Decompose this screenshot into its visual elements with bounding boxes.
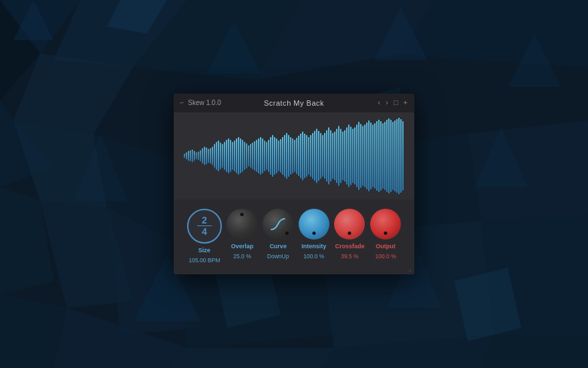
crossfade-knob-indicator bbox=[348, 232, 351, 235]
svg-rect-135 bbox=[378, 120, 380, 192]
svg-rect-62 bbox=[232, 142, 233, 169]
size-knob[interactable]: 2 4 bbox=[187, 209, 222, 244]
svg-rect-145 bbox=[398, 118, 400, 194]
svg-rect-105 bbox=[318, 130, 319, 181]
svg-rect-89 bbox=[286, 132, 287, 178]
svg-rect-79 bbox=[266, 142, 267, 169]
overlap-value: 25.0 % bbox=[233, 253, 251, 260]
svg-rect-138 bbox=[384, 122, 386, 190]
svg-rect-133 bbox=[374, 123, 376, 188]
svg-rect-125 bbox=[358, 122, 359, 190]
svg-rect-119 bbox=[346, 127, 347, 184]
curve-knob-indicator bbox=[285, 232, 289, 235]
svg-rect-44 bbox=[196, 152, 197, 159]
crossfade-value: 39.5 % bbox=[341, 253, 358, 260]
plugin-corner-icon: ⌐ bbox=[180, 100, 184, 106]
svg-rect-53 bbox=[214, 144, 215, 167]
plugin-title: Scratch My Back bbox=[264, 99, 324, 107]
svg-rect-117 bbox=[342, 131, 343, 180]
svg-rect-139 bbox=[386, 120, 388, 192]
svg-rect-107 bbox=[322, 134, 323, 176]
size-label: Size bbox=[198, 247, 210, 254]
svg-rect-60 bbox=[228, 139, 229, 173]
svg-rect-41 bbox=[190, 150, 191, 161]
svg-rect-132 bbox=[372, 124, 374, 187]
svg-marker-24 bbox=[481, 335, 588, 368]
output-knob[interactable] bbox=[370, 209, 401, 240]
intensity-knob-indicator bbox=[312, 232, 315, 235]
svg-rect-128 bbox=[364, 124, 365, 187]
curve-svg bbox=[269, 215, 287, 234]
output-knob-container: Output 100.0 % bbox=[370, 209, 401, 260]
plugin-window: ⌐ Skew 1.0.0 Scratch My Back ‹ › □ + bbox=[174, 94, 414, 275]
svg-rect-113 bbox=[334, 131, 335, 180]
intensity-value: 100.0 % bbox=[303, 253, 324, 260]
crossfade-label: Crossfade bbox=[335, 243, 364, 250]
svg-rect-78 bbox=[264, 141, 265, 171]
svg-rect-55 bbox=[218, 141, 219, 171]
svg-rect-97 bbox=[302, 131, 303, 180]
svg-rect-45 bbox=[198, 151, 199, 159]
curve-sublabel: DownUp bbox=[267, 253, 289, 260]
svg-rect-47 bbox=[202, 148, 203, 163]
svg-rect-94 bbox=[296, 138, 297, 174]
svg-rect-43 bbox=[194, 151, 195, 161]
svg-rect-38 bbox=[184, 153, 185, 157]
svg-rect-85 bbox=[278, 141, 279, 171]
overlap-label: Overlap bbox=[231, 243, 254, 250]
svg-rect-52 bbox=[212, 147, 213, 165]
svg-rect-93 bbox=[294, 140, 295, 172]
curve-label: Curve bbox=[269, 243, 287, 250]
svg-rect-50 bbox=[208, 149, 209, 163]
output-label: Output bbox=[376, 243, 396, 250]
svg-rect-59 bbox=[226, 140, 227, 172]
svg-rect-70 bbox=[248, 145, 249, 166]
svg-rect-100 bbox=[308, 137, 309, 175]
window-button[interactable]: □ bbox=[394, 99, 398, 106]
plugin-version: Skew 1.0.0 bbox=[188, 99, 220, 106]
svg-rect-136 bbox=[380, 121, 382, 191]
svg-rect-102 bbox=[312, 132, 313, 178]
svg-rect-147 bbox=[402, 121, 404, 191]
output-knob-indicator bbox=[384, 232, 388, 235]
output-value: 100.0 % bbox=[376, 253, 396, 260]
resize-handle[interactable]: ⌟ bbox=[408, 266, 411, 272]
prev-button[interactable]: ‹ bbox=[378, 99, 381, 106]
svg-rect-121 bbox=[350, 126, 351, 185]
titlebar-left: ⌐ Skew 1.0.0 bbox=[180, 99, 221, 106]
waveform-display bbox=[174, 112, 414, 199]
svg-rect-42 bbox=[192, 149, 193, 162]
svg-rect-76 bbox=[260, 137, 261, 175]
svg-rect-80 bbox=[268, 140, 269, 172]
crossfade-knob[interactable] bbox=[334, 209, 365, 240]
add-button[interactable]: + bbox=[404, 99, 408, 106]
svg-rect-134 bbox=[376, 121, 378, 191]
size-numerator: 2 bbox=[202, 215, 207, 225]
svg-rect-131 bbox=[370, 122, 372, 189]
svg-rect-68 bbox=[244, 142, 245, 169]
svg-rect-49 bbox=[206, 147, 207, 164]
size-denominator: 4 bbox=[202, 227, 207, 236]
svg-rect-143 bbox=[394, 120, 396, 191]
svg-rect-141 bbox=[390, 120, 392, 192]
svg-rect-82 bbox=[272, 134, 273, 176]
size-knob-container: 2 4 Size 105.00 BPM bbox=[187, 209, 222, 264]
svg-rect-116 bbox=[340, 128, 341, 183]
curve-knob[interactable] bbox=[263, 209, 293, 240]
svg-rect-73 bbox=[254, 141, 255, 171]
intensity-knob[interactable] bbox=[299, 209, 329, 240]
intensity-label: Intensity bbox=[301, 243, 326, 250]
svg-rect-71 bbox=[250, 144, 251, 167]
svg-rect-140 bbox=[388, 118, 390, 193]
svg-rect-129 bbox=[366, 122, 368, 189]
svg-rect-46 bbox=[200, 150, 201, 161]
size-fraction: 2 4 bbox=[197, 215, 212, 236]
svg-rect-123 bbox=[354, 127, 355, 184]
next-button[interactable]: › bbox=[386, 99, 388, 106]
svg-rect-142 bbox=[392, 122, 394, 190]
overlap-knob[interactable] bbox=[227, 209, 257, 240]
svg-rect-115 bbox=[338, 126, 339, 185]
svg-rect-63 bbox=[234, 141, 235, 171]
svg-rect-109 bbox=[326, 130, 327, 181]
svg-rect-51 bbox=[210, 148, 211, 163]
